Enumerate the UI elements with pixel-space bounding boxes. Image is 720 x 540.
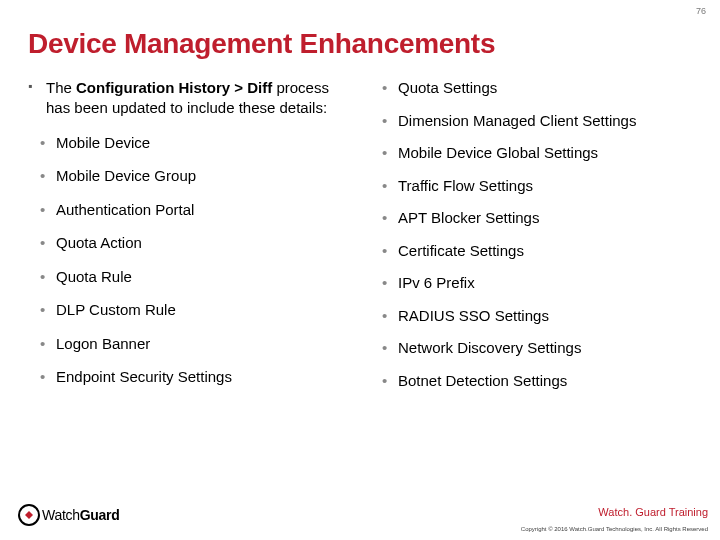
list-item: IPv 6 Prefix [398, 273, 692, 293]
left-column: The Configuration History > Diff process… [28, 78, 340, 403]
list-item: Quota Action [56, 233, 340, 253]
list-item: DLP Custom Rule [56, 300, 340, 320]
logo-bold: Guard [80, 507, 120, 523]
list-item: Network Discovery Settings [398, 338, 692, 358]
left-list: Mobile Device Mobile Device Group Authen… [28, 133, 340, 387]
list-item: Quota Rule [56, 267, 340, 287]
logo-icon [18, 504, 40, 526]
list-item: Mobile Device Group [56, 166, 340, 186]
list-item: Quota Settings [398, 78, 692, 98]
slide: 76 Device Management Enhancements The Co… [0, 0, 720, 540]
list-item: Mobile Device Global Settings [398, 143, 692, 163]
list-item: Endpoint Security Settings [56, 367, 340, 387]
right-list: Quota Settings Dimension Managed Client … [380, 78, 692, 390]
slide-title: Device Management Enhancements [28, 28, 692, 60]
footer: WatchGuard Watch. Guard Training Copyrig… [0, 494, 720, 540]
list-item: Certificate Settings [398, 241, 692, 261]
list-item: Logon Banner [56, 334, 340, 354]
list-item: Mobile Device [56, 133, 340, 153]
list-item: Authentication Portal [56, 200, 340, 220]
list-item: Dimension Managed Client Settings [398, 111, 692, 131]
lead-paragraph: The Configuration History > Diff process… [28, 78, 340, 119]
training-label: Watch. Guard Training [598, 506, 708, 518]
right-column: Quota Settings Dimension Managed Client … [380, 78, 692, 403]
list-item: APT Blocker Settings [398, 208, 692, 228]
logo: WatchGuard [18, 504, 119, 526]
lead-bold: Configuration History > Diff [76, 79, 272, 96]
list-item: RADIUS SSO Settings [398, 306, 692, 326]
logo-text: WatchGuard [42, 507, 119, 523]
copyright: Copyright © 2016 Watch.Guard Technologie… [521, 526, 708, 532]
content-columns: The Configuration History > Diff process… [28, 78, 692, 403]
list-item: Traffic Flow Settings [398, 176, 692, 196]
lead-prefix: The [46, 79, 76, 96]
list-item: Botnet Detection Settings [398, 371, 692, 391]
logo-thin: Watch [42, 507, 80, 523]
page-number: 76 [696, 6, 706, 16]
